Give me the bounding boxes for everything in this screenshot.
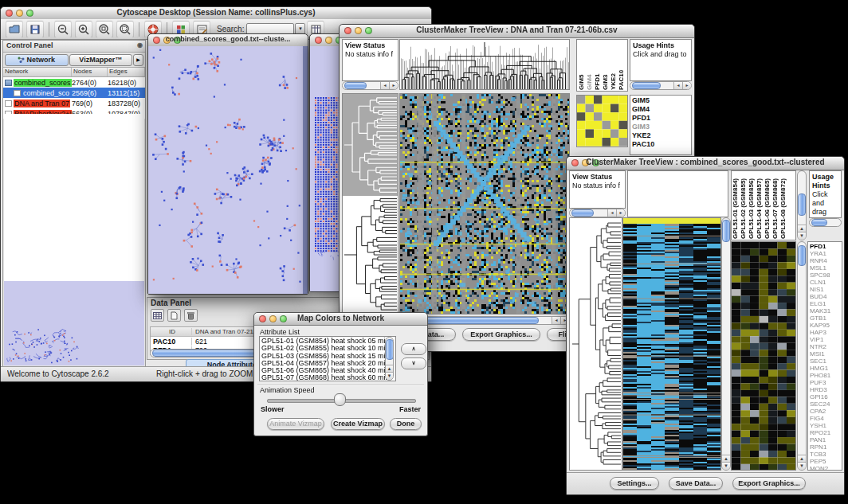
create-vizmap-button[interactable]: Create Vizmap [331,418,385,430]
heatmap-panel-2[interactable] [622,217,721,471]
slider-thumb[interactable] [334,393,346,406]
gene-label[interactable]: PUF3 [810,379,840,386]
scrollbar-thumb[interactable] [798,193,806,216]
gene-label[interactable]: ELG1 [810,300,840,307]
gene-label[interactable]: SPC98 [810,272,840,279]
gene-label[interactable]: HMG1 [810,365,840,372]
view-status-hscrollbar[interactable]: ◂▸ [342,81,398,90]
gene-label[interactable]: CPA2 [810,408,840,415]
zoom-in-button[interactable] [75,21,92,38]
label-vscrollbar[interactable]: ▲ ▼ [797,170,807,240]
gene-label[interactable]: MSL1 [810,264,840,272]
col-network[interactable]: Network [3,68,72,76]
zoom-fit-button[interactable] [96,21,113,38]
close-button[interactable] [315,37,322,44]
gene-label[interactable]: FIG4 [810,415,840,422]
rotated-label[interactable]: GPL51-06 (GSM865) [764,178,771,239]
column-dendrogram-panel[interactable] [399,39,570,90]
settings-button[interactable]: Settings... [610,477,659,490]
treeview1-title-bar[interactable]: ClusterMaker TreeView : DNA and Tran 07-… [340,25,694,38]
scrollbar-thumb[interactable] [344,82,367,89]
network-scrollbar-strip[interactable] [303,46,308,294]
network-window-title-bar[interactable]: combined_scores_good.txt--cluste... [148,34,308,47]
treeview2-title-bar[interactable]: ClusterMaker TreeView : combined_scores_… [567,157,844,170]
rotated-label[interactable]: PFD1 [594,74,601,90]
scroll-left-arrow[interactable]: ◂ [607,209,616,217]
network-row[interactable]: combined_sco 2569(6) 13112(15) [3,88,145,98]
matrix-row-label[interactable]: GIM5 [632,96,689,105]
row-dendrogram-panel-2[interactable] [569,217,622,471]
open-file-button[interactable] [6,21,23,38]
col-edges[interactable]: Edges [108,68,145,76]
usage-hints-hscrollbar[interactable]: ◂▸ [630,81,692,90]
tab-network[interactable]: Network [5,54,69,66]
gene-label[interactable]: KAP95 [810,322,840,329]
select-attributes-button[interactable] [151,309,164,322]
gene-label[interactable]: VIP1 [810,336,840,343]
rotated-label[interactable]: GIM4 [586,74,593,90]
network-graph-canvas[interactable] [148,46,303,289]
gene-label[interactable]: MSI1 [810,350,840,357]
scroll-down-arrow[interactable]: ▼ [386,372,393,380]
gene-label[interactable]: NIS1 [810,286,840,293]
matrix-row-label[interactable]: GIM3 [632,123,689,131]
usage-hints-hscrollbar-2[interactable] [809,218,842,227]
done-button[interactable]: Done [390,418,422,430]
heatmap-panel[interactable] [399,93,570,315]
scroll-down-arrow[interactable]: ▼ [722,462,730,470]
gene-label[interactable]: HAP3 [810,329,840,336]
scroll-down-arrow[interactable]: ▼ [798,232,806,240]
rotated-label[interactable]: GPL51-03 (GSM856) [748,178,755,239]
col-nodes[interactable]: Nodes [72,68,108,76]
matrix-row-label[interactable]: GIM4 [632,105,689,114]
rotated-label[interactable]: GPL51-02 (GSM855) [740,178,747,239]
scroll-left-arrow[interactable]: ◂ [552,317,560,324]
gene-label[interactable]: NTR2 [810,343,840,350]
rotated-label[interactable]: GIM5 [578,74,585,90]
matrix-row-label[interactable]: PAC10 [632,140,689,149]
scrollbar-thumb[interactable] [571,209,594,217]
gene-label[interactable]: SEC24 [810,400,840,408]
column-dendrogram-panel-2[interactable] [627,170,728,217]
rotated-label[interactable]: PAC10 [618,70,625,90]
gene-label[interactable]: PAN1 [810,436,840,443]
minimize-button[interactable] [325,37,332,44]
heatmap-vscrollbar-2[interactable]: ▲ ▼ [721,217,731,471]
scroll-right-arrow[interactable]: ▸ [616,209,625,217]
gene-label[interactable]: RNR4 [810,257,840,264]
attribute-list-vscrollbar[interactable]: ▲ ▼ [385,337,394,381]
matrix-row-label[interactable]: PFD1 [632,114,689,123]
gene-label[interactable]: TCB3 [810,451,840,458]
network-row[interactable]: DNA and Tran 07 769(0) 183728(0) [3,98,145,108]
more-tabs-button[interactable]: ▶ [133,54,143,66]
gene-label[interactable]: RPO21 [810,429,840,436]
gene-label[interactable]: YSH1 [810,422,840,429]
gene-label[interactable]: PHO81 [810,372,840,379]
gene-label[interactable]: RPN1 [810,443,840,451]
scrollbar-thumb[interactable] [798,245,806,266]
rotated-label[interactable]: GPL51-08 (GSM872) [779,178,787,239]
gene-label[interactable]: MON2 [810,465,840,471]
node-heatmap-panel[interactable] [731,241,796,471]
tab-vizmapper[interactable]: VizMapper™ [69,54,133,66]
attribute-list-item[interactable]: GPL51-07 (GSM868) heat shock 60 min [261,374,394,381]
scroll-down-arrow[interactable]: ▼ [798,462,806,470]
dialog-title-bar[interactable]: Map Colors to Network [254,313,427,326]
network-overview-panel[interactable] [4,281,144,365]
gene-label[interactable]: BUD4 [810,293,840,300]
scroll-left-arrow[interactable]: ◂ [380,82,389,89]
scrollbar-thumb[interactable] [632,82,661,89]
gene-label[interactable]: MAK31 [810,307,840,315]
gene-label[interactable]: GTB1 [810,315,840,322]
rotated-label[interactable]: GPL51-07 (GSM868) [771,178,779,239]
matrix-row-label[interactable]: YKE2 [632,131,689,140]
gene-list-vscrollbar[interactable]: ▲ ▼ [797,241,807,471]
scrollbar-thumb[interactable] [386,339,394,360]
gene-label[interactable]: SEC1 [810,357,840,365]
view-status-hscrollbar-2[interactable]: ◂▸ [569,209,626,217]
rotated-label[interactable]: YKE2 [610,73,617,90]
scroll-right-arrow[interactable]: ▸ [389,82,398,89]
scroll-right-arrow[interactable]: ▸ [682,82,691,89]
gene-label[interactable]: GPI16 [810,393,840,400]
network-row[interactable]: combined_scores 2764(0) 16218(0) [3,77,145,88]
